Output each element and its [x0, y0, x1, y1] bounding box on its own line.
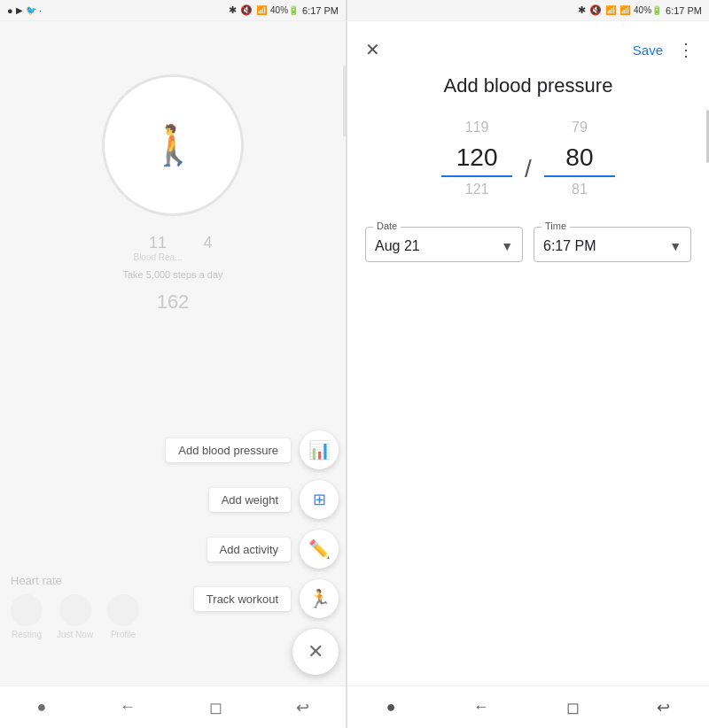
time-left: 6:17 PM: [302, 5, 339, 16]
mute-icon-left: 🔇: [240, 4, 253, 16]
date-dropdown-arrow: ▼: [501, 239, 513, 253]
nav-dot-left[interactable]: ●: [26, 694, 57, 720]
wifi-icon-right: 📶: [605, 5, 616, 15]
fab-item-workout[interactable]: Track workout 🏃: [194, 579, 339, 618]
fab-item-blood-pressure[interactable]: Add blood pressure 📊: [166, 430, 339, 469]
sheet-save-button[interactable]: Save: [633, 43, 663, 58]
hr-item-justnow: Just Now: [57, 594, 93, 639]
fab-label-activity: Add activity: [207, 538, 291, 561]
more-vert-icon: ⋮: [677, 40, 695, 59]
nav-back-left[interactable]: ←: [109, 694, 146, 720]
twitter-icon: 🐦: [26, 5, 36, 15]
wifi-icon-left: 📶: [256, 5, 267, 15]
fab-btn-weight[interactable]: ⊞: [300, 480, 339, 519]
fab-btn-workout[interactable]: 🏃: [300, 579, 339, 618]
nav-home-left[interactable]: ◻: [199, 694, 233, 721]
time-right: 6:17 PM: [666, 5, 702, 16]
time-field[interactable]: Time 6:17 PM ▼: [534, 227, 691, 262]
diastolic-below: 81: [572, 177, 588, 202]
fab-close-button[interactable]: ✕: [292, 629, 339, 675]
time-field-label: Time: [541, 221, 570, 231]
status-bar-right: ✱ 🔇 📶 📶 40%🔋 6:17 PM: [347, 0, 709, 20]
status-bar-left: ● ▶ 🐦 · ✱ 🔇 📶 40%🔋 6:17 PM: [0, 0, 346, 20]
stat-count: 4: [204, 234, 213, 262]
bluetooth-icon-left: ✱: [229, 4, 237, 16]
background-app-panel: 🚶 11 Blood Rea... 4 Take 5,000 steps a d…: [0, 21, 346, 728]
date-field[interactable]: Date Aug 21 ▼: [365, 227, 523, 262]
diastolic-column: 79 80 81: [535, 115, 624, 202]
blood-pressure-icon: 📊: [308, 439, 331, 461]
fab-item-activity[interactable]: Add activity ✏️: [207, 530, 339, 569]
activity-pencil-icon: ✏️: [308, 538, 331, 560]
fab-item-weight[interactable]: Add weight ⊞: [209, 480, 339, 519]
hr-item-profile: Profile: [107, 594, 139, 639]
battery-icon-left: 40%🔋: [270, 5, 299, 15]
bottom-nav-left: ● ← ◻ ↩: [0, 685, 346, 728]
date-field-label: Date: [373, 221, 401, 231]
diastolic-value[interactable]: 80: [544, 140, 615, 177]
date-value: Aug 21: [375, 238, 420, 254]
diastolic-above: 79: [572, 115, 588, 140]
mute-icon-right: 🔇: [589, 4, 602, 16]
bottom-nav-right: ● ← ◻ ↩: [347, 685, 709, 728]
date-time-row: Date Aug 21 ▼ Time 6:17 PM ▼: [347, 202, 709, 262]
stat-blood: 11 Blood Rea...: [133, 234, 182, 262]
fab-label-workout: Track workout: [194, 587, 291, 611]
app-icon-1: ▶: [16, 5, 23, 15]
sheet-title: Add blood pressure: [347, 67, 709, 115]
sheet-more-button[interactable]: ⋮: [677, 39, 695, 60]
bg-steps-number: 162: [0, 290, 346, 314]
steps-goal-text: Take 5,000 steps a day: [0, 269, 346, 280]
close-icon: ✕: [365, 40, 380, 59]
weight-icon: ⊞: [313, 490, 326, 509]
systolic-above: 119: [465, 115, 489, 140]
nav-back-right[interactable]: ←: [463, 694, 500, 720]
nav-recents-right[interactable]: ↩: [646, 694, 681, 721]
systolic-value[interactable]: 120: [441, 140, 512, 177]
notification-dot: ●: [7, 5, 13, 16]
time-value: 6:17 PM: [543, 238, 596, 254]
workout-run-icon: 🏃: [308, 588, 331, 609]
nav-dot-right[interactable]: ●: [376, 694, 407, 720]
left-scroll-indicator: [343, 66, 346, 136]
sheet-header: ✕ Save ⋮: [347, 21, 709, 67]
fab-menu: Add blood pressure 📊 Add weight ⊞ Add ac…: [166, 430, 339, 675]
bp-separator: /: [525, 155, 532, 187]
blood-pressure-input-area: 119 120 121 / 79 80 81: [347, 115, 709, 202]
steps-person-icon: 🚶: [149, 122, 198, 168]
battery-icon-right: 40%🔋: [634, 5, 662, 15]
nav-home-right[interactable]: ◻: [556, 694, 590, 721]
close-x-icon: ✕: [308, 640, 323, 663]
dot-icon: ·: [39, 5, 42, 16]
nav-recents-left[interactable]: ↩: [285, 694, 320, 721]
systolic-below: 121: [465, 177, 489, 202]
fab-btn-blood-pressure[interactable]: 📊: [300, 430, 339, 469]
systolic-column: 119 120 121: [432, 115, 521, 202]
sheet-close-button[interactable]: ✕: [362, 35, 384, 64]
hr-item-resting: Resting: [11, 594, 43, 639]
fab-label-weight: Add weight: [209, 488, 291, 512]
bluetooth-icon-right: ✱: [578, 4, 586, 16]
time-dropdown-arrow: ▼: [669, 239, 682, 253]
fab-label-blood-pressure: Add blood pressure: [166, 438, 291, 462]
fab-btn-activity[interactable]: ✏️: [300, 530, 339, 569]
signal-icon-right: 📶: [619, 5, 630, 15]
add-blood-pressure-sheet: ✕ Save ⋮ Add blood pressure 119 120 121 …: [347, 21, 709, 728]
steps-circle: 🚶: [102, 74, 244, 216]
